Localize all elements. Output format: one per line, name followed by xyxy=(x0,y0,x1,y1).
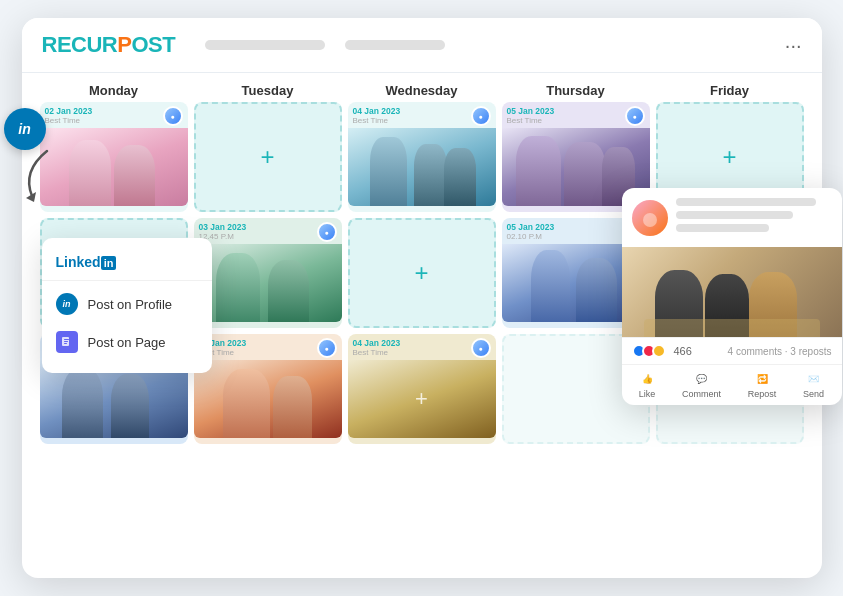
cell-date-wed-r1: 04 Jan 2023 xyxy=(353,106,401,116)
photo-wed-r3: + xyxy=(348,360,496,438)
linkedin-bubble[interactable]: in xyxy=(4,108,46,150)
post-on-page-label: Post on Page xyxy=(88,335,166,350)
post-on-page-item[interactable]: Post on Page xyxy=(42,323,212,361)
day-friday: Friday xyxy=(656,83,804,98)
page-icon xyxy=(56,331,78,353)
repost-icon: 🔁 xyxy=(754,371,770,387)
cell-label-wed-r1: Best Time xyxy=(353,116,401,125)
add-icon-wed-r2: + xyxy=(414,259,428,287)
svg-rect-2 xyxy=(64,339,69,340)
avatar-mon-r1: ● xyxy=(163,106,183,126)
add-icon-tue-r1: + xyxy=(260,143,274,171)
comment-icon: 💬 xyxy=(694,371,710,387)
reaction-count: 466 xyxy=(674,345,692,357)
cell-header-thu-r1: 05 Jan 2023 Best Time ● xyxy=(502,102,650,128)
arrow-icon xyxy=(12,146,67,206)
add-icon-fri-r1: + xyxy=(722,143,736,171)
cell-label-mon-r1: Best Time xyxy=(45,116,93,125)
profile-icon: in xyxy=(56,293,78,315)
cell-label-wed-r3: Best Time xyxy=(353,348,401,357)
logo-accent: P xyxy=(117,32,131,57)
dropdown-header: Linkedin xyxy=(42,250,212,281)
day-tuesday: Tuesday xyxy=(194,83,342,98)
post-on-profile-item[interactable]: in Post on Profile xyxy=(42,285,212,323)
app-logo: RECURPOST xyxy=(42,32,176,58)
header-bar-1 xyxy=(205,40,325,50)
preview-image xyxy=(622,247,842,337)
photo-tue-r2 xyxy=(194,244,342,322)
day-headers-row: Monday Tuesday Wednesday Thursday Friday xyxy=(32,73,812,102)
avatar-wed-r1: ● xyxy=(471,106,491,126)
like-icon: 👍 xyxy=(639,371,655,387)
cell-wed-r3[interactable]: 04 Jan 2023 Best Time ● + xyxy=(348,334,496,444)
cell-date-mon-r1: 02 Jan 2023 xyxy=(45,106,93,116)
send-icon: ✉️ xyxy=(806,371,822,387)
avatar-wed-r3: ● xyxy=(471,338,491,358)
post-on-profile-label: Post on Profile xyxy=(88,297,173,312)
preview-avatar xyxy=(632,200,668,236)
haha-reaction xyxy=(652,344,666,358)
cell-header-wed-r3: 04 Jan 2023 Best Time ● xyxy=(348,334,496,360)
svg-rect-3 xyxy=(64,341,68,342)
cell-wed-r2[interactable]: + xyxy=(348,218,496,328)
cell-header-tue-r2: 03 Jan 2023 12.45 P.M ● xyxy=(194,218,342,244)
avatar-thu-r1: ● xyxy=(625,106,645,126)
day-wednesday: Wednesday xyxy=(348,83,496,98)
preview-line-1 xyxy=(676,198,816,206)
cell-tue-r2[interactable]: 03 Jan 2023 12.45 P.M ● xyxy=(194,218,342,328)
cell-date-thu-r2: 05 Jan 2023 xyxy=(507,222,555,232)
preview-header xyxy=(622,188,842,247)
cell-date-tue-r2: 03 Jan 2023 xyxy=(199,222,247,232)
send-button[interactable]: ✉️ Send xyxy=(803,371,824,399)
cell-tue-r3[interactable]: 03 Jan 2023 Best Time ● xyxy=(194,334,342,444)
photo-wed-r1 xyxy=(348,128,496,206)
cell-wed-r1[interactable]: 04 Jan 2023 Best Time ● xyxy=(348,102,496,212)
linkedin-in-label: in xyxy=(18,121,30,137)
social-preview-card: 466 4 comments · 3 reposts 👍 Like 💬 Comm… xyxy=(622,188,842,405)
preview-footer: 466 4 comments · 3 reposts xyxy=(622,337,842,364)
dropdown-in-badge: in xyxy=(101,256,117,270)
preview-line-3 xyxy=(676,224,770,232)
cell-date-thu-r1: 05 Jan 2023 xyxy=(507,106,555,116)
social-stats: 4 comments · 3 reposts xyxy=(728,346,832,357)
header-bar-2 xyxy=(345,40,445,50)
avatar-tue-r2: ● xyxy=(317,222,337,242)
social-actions-bar: 👍 Like 💬 Comment 🔁 Repost ✉️ Send xyxy=(622,364,842,405)
cell-header-mon-r1: 02 Jan 2023 Best Time ● xyxy=(40,102,188,128)
cell-date-wed-r3: 04 Jan 2023 xyxy=(353,338,401,348)
linkedin-dropdown: Linkedin in Post on Profile Post on Page xyxy=(42,238,212,373)
cell-header-tue-r3: 03 Jan 2023 Best Time ● xyxy=(194,334,342,360)
app-header: RECURPOST ··· xyxy=(22,18,822,73)
dropdown-title-text: Linkedin xyxy=(56,254,117,270)
reaction-icons xyxy=(632,344,666,358)
preview-text-lines xyxy=(676,198,832,237)
preview-line-2 xyxy=(676,211,793,219)
comment-button[interactable]: 💬 Comment xyxy=(682,371,721,399)
cell-label-thu-r1: Best Time xyxy=(507,116,555,125)
header-more-button[interactable]: ··· xyxy=(785,34,802,57)
cell-label-thu-r2: 02.10 P.M xyxy=(507,232,555,241)
svg-rect-4 xyxy=(64,343,67,344)
day-thursday: Thursday xyxy=(502,83,650,98)
like-button[interactable]: 👍 Like xyxy=(639,371,656,399)
avatar-tue-r3: ● xyxy=(317,338,337,358)
cell-header-wed-r1: 04 Jan 2023 Best Time ● xyxy=(348,102,496,128)
cell-tue-r1[interactable]: + xyxy=(194,102,342,212)
day-monday: Monday xyxy=(40,83,188,98)
app-window: in Linkedin in Post on Profile xyxy=(22,18,822,578)
repost-button[interactable]: 🔁 Repost xyxy=(748,371,777,399)
photo-tue-r3 xyxy=(194,360,342,438)
reactions-group: 466 xyxy=(632,344,692,358)
